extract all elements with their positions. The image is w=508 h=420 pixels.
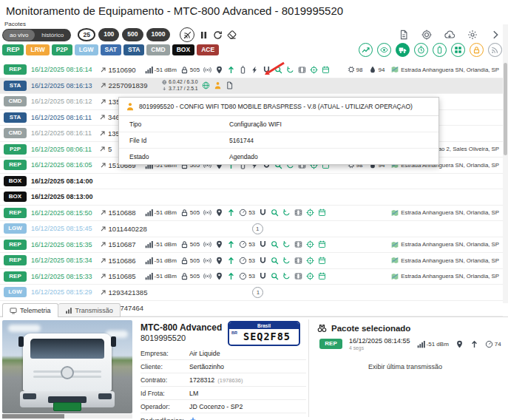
vehicle-id: 8019995520 — [140, 333, 186, 342]
seq-arrow-icon — [99, 130, 106, 137]
film-cell — [298, 66, 306, 74]
mode-toggle: ao vivohistórico — [2, 29, 71, 41]
count-badge: 1 — [252, 223, 263, 234]
firmware-versions: 6.0.42 / 6.3.03.7.17 / 2.5.1 — [162, 79, 197, 92]
table-row[interactable]: STA16/12/2025 08:16:1322570918396.0.42 /… — [0, 78, 503, 95]
recycle-cell — [282, 209, 291, 217]
packet-type-badge: LGW — [4, 287, 27, 297]
filter-rep[interactable]: REP — [2, 44, 24, 55]
calendar-cell — [318, 272, 326, 280]
vertical-scrollbar-thumb[interactable] — [504, 63, 507, 155]
filter-box[interactable]: BOX — [172, 44, 194, 55]
lock-cell: 505 — [180, 66, 200, 74]
pin-icon — [215, 240, 223, 248]
globe-icon — [162, 80, 167, 85]
packet-date: 16/12/2025 08:15:50 — [31, 209, 92, 217]
sequence-number: 1510688 — [100, 209, 136, 217]
count-badge: 1 — [252, 287, 263, 298]
map-icon — [391, 209, 399, 217]
broadcast-icon — [203, 66, 211, 74]
tooltip-row: File Id 5161744 — [119, 132, 438, 149]
filter-lgw[interactable]: LGW — [75, 44, 98, 55]
packet-date: 16/12/2025 08:15:35 — [31, 241, 92, 248]
antenna-circle-button[interactable] — [488, 43, 502, 57]
lock-icon — [473, 46, 481, 54]
truck-circle-button[interactable] — [396, 43, 410, 57]
trend-circle-button[interactable] — [359, 43, 373, 57]
gear-icon[interactable] — [467, 30, 478, 40]
tab-histo-rico[interactable]: histórico — [35, 30, 70, 41]
battery-cell — [239, 66, 247, 74]
table-row[interactable]: REP16/12/2025 08:15:501510688-51 dBm5055… — [0, 206, 503, 222]
filter-lrw[interactable]: LRW — [26, 44, 49, 55]
table-row[interactable]: REP16/12/2025 08:15:331510685-51 dBm5055… — [0, 269, 503, 285]
filter-ace[interactable]: ACE — [197, 44, 219, 55]
eraser-button[interactable] — [227, 30, 237, 40]
table-row[interactable]: BOX16/12/2025 08:13:00 — [0, 189, 503, 206]
filter-sat[interactable]: SAT — [101, 44, 121, 55]
target-cell — [306, 240, 314, 248]
grid-circle-button[interactable] — [451, 43, 465, 57]
signal-icon — [145, 272, 153, 280]
filter-cmd[interactable]: CMD — [146, 44, 169, 55]
seq-arrow-icon — [100, 162, 106, 169]
page-size-100[interactable]: 100 — [98, 28, 119, 41]
packet-type-badge: LGW — [4, 223, 27, 234]
page-size-500[interactable]: 500 — [122, 28, 143, 41]
signal-value: -51 dBm — [427, 341, 449, 348]
broadcast-cell — [203, 209, 211, 217]
eye-circle-button[interactable] — [377, 43, 391, 57]
table-row[interactable]: LGW16/12/2025 08:15:2912934213851 — [0, 285, 503, 301]
table-row[interactable]: REP16/12/2025 08:16:141510690-51 dBm5059… — [0, 62, 503, 78]
pacotes-label: Pacotes — [4, 21, 26, 27]
no-signal-button[interactable] — [180, 27, 194, 42]
table-row[interactable]: LGW16/12/2025 08:15:4510114402281 — [0, 221, 503, 237]
table-row[interactable]: REP16/12/2025 08:15:351510687-51 dBm5055… — [0, 237, 503, 254]
grid-icon — [454, 46, 462, 54]
vehicle-model: MTC-800 Advanced — [140, 322, 222, 333]
vertical-scrollbar[interactable] — [503, 24, 508, 303]
lock-circle-button[interactable] — [470, 43, 484, 57]
magnifier-icon — [271, 257, 279, 265]
refresh-button[interactable] — [213, 30, 223, 40]
filter-p2p[interactable]: P2P — [52, 44, 72, 55]
packet-type-badge: P2P — [4, 144, 27, 155]
packets-toolbar: ao vivohistórico 251005001000 — [2, 27, 237, 42]
page-size-1000[interactable]: 1000 — [146, 28, 171, 41]
calendar-icon — [318, 240, 326, 248]
signal-cell: -51 dBm — [145, 240, 177, 248]
speed-value: 74 — [495, 341, 501, 348]
packet-age: 4 segs — [349, 345, 410, 351]
chevron-right-icon[interactable] — [490, 30, 501, 40]
photo-scrollbar-thumb[interactable] — [2, 414, 64, 419]
tooltip-field-label: File Id — [129, 137, 229, 144]
cloud-icon[interactable] — [444, 30, 455, 40]
pause-button[interactable] — [199, 30, 209, 40]
clock-circle-button[interactable] — [414, 43, 428, 57]
show-last-transmission-link[interactable]: Exibir última transmissão — [316, 363, 494, 370]
tab-telemetria[interactable]: Telemetria — [2, 303, 58, 317]
page-size-25[interactable]: 25 — [78, 28, 95, 41]
pin-icon — [215, 66, 223, 74]
globe-cell — [202, 81, 210, 89]
gps-icon[interactable] — [421, 30, 432, 40]
person-icon — [214, 81, 222, 89]
location-text: Estrada Anhanguera SN, Orlandia, SP — [391, 257, 499, 264]
photo-scrollbar[interactable] — [2, 414, 132, 419]
table-row[interactable]: REP16/12/2025 08:15:341510686-51 dBm5055… — [0, 253, 503, 269]
bottom-tabs: Telemetria Transmissão — [2, 303, 121, 317]
plus-icon[interactable] — [189, 416, 197, 420]
table-row[interactable]: BOX16/12/2025 08:14:00 — [0, 174, 503, 190]
filter-sta[interactable]: STA — [123, 44, 144, 55]
document-icon[interactable] — [399, 30, 409, 40]
tooltip-field-value: Configuração WIFI — [229, 121, 432, 128]
lock-icon — [180, 272, 189, 280]
info-label: Empresa: — [140, 350, 189, 357]
selected-packet-row[interactable]: REP 16/12/2025 08:14:55 4 segs -51 dBm 7… — [319, 337, 501, 351]
recycle-icon — [282, 209, 291, 217]
packet-type-badge: REP — [4, 240, 27, 250]
tab-ao-vivo[interactable]: ao vivo — [3, 30, 35, 41]
recycle-icon — [282, 240, 291, 248]
tab-transmissao[interactable]: Transmissão — [58, 303, 121, 317]
battery-circle-button[interactable] — [433, 43, 447, 57]
